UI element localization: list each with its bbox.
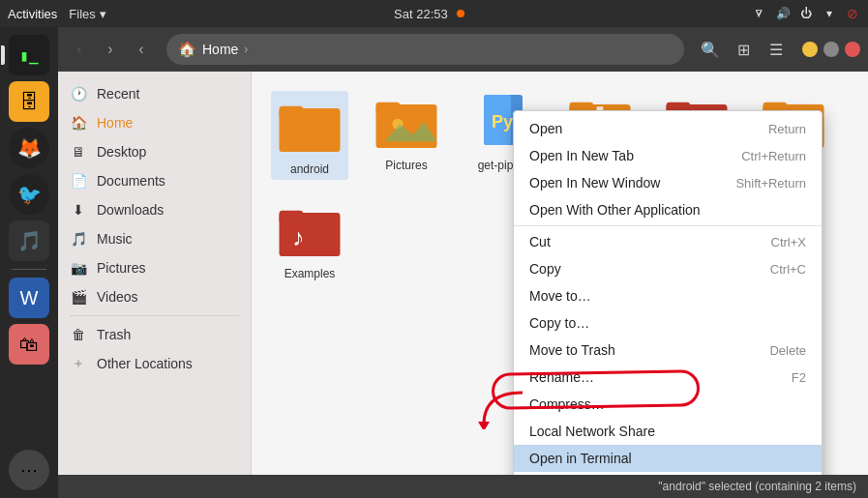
sidebar-item-documents[interactable]: 📄 Documents bbox=[58, 166, 251, 195]
svg-rect-1 bbox=[280, 106, 304, 120]
ctx-rename-label: Rename… bbox=[529, 369, 594, 385]
list-view-button[interactable]: ☰ bbox=[762, 35, 791, 64]
examples-folder-icon: ♪ bbox=[279, 199, 341, 261]
file-android[interactable]: android bbox=[271, 91, 348, 180]
sidebar-item-pictures[interactable]: 📷 Pictures bbox=[58, 253, 251, 282]
volume-icon[interactable]: 🔊 bbox=[775, 6, 791, 21]
dock-firefox[interactable]: 🦊 bbox=[9, 128, 49, 168]
ctx-rename[interactable]: Rename… F2 bbox=[514, 364, 822, 391]
sidebar-item-other-locations[interactable]: ＋ Other Locations bbox=[58, 349, 251, 378]
dock-thunderbird[interactable]: 🐦 bbox=[9, 174, 49, 215]
view-toggle-button[interactable]: ⊞ bbox=[729, 35, 758, 64]
maximize-button[interactable] bbox=[823, 42, 839, 57]
dock-apps[interactable]: ⋯ bbox=[9, 450, 49, 490]
sidebar-item-downloads[interactable]: ⬇ Downloads bbox=[58, 195, 251, 224]
forward-button[interactable]: › bbox=[97, 36, 124, 63]
videos-icon: 🎬 bbox=[70, 288, 87, 306]
ctx-compress[interactable]: Compress… bbox=[514, 391, 822, 418]
ctx-copy-to[interactable]: Copy to… bbox=[514, 309, 822, 337]
sidebar-label-recent: Recent bbox=[97, 86, 139, 102]
ctx-copy-label: Copy bbox=[529, 261, 561, 277]
ctx-open-with-label: Open With Other Application bbox=[529, 202, 701, 218]
android-folder-icon bbox=[279, 95, 341, 157]
android-folder-svg bbox=[279, 100, 341, 152]
minimize-button[interactable] bbox=[802, 42, 818, 57]
svg-rect-3 bbox=[376, 103, 401, 116]
sidebar: 🕐 Recent 🏠 Home 🖥 Desktop 📄 Documents ⬇ bbox=[58, 72, 252, 475]
sidebar-item-videos[interactable]: 🎬 Videos bbox=[58, 282, 251, 311]
close-button[interactable] bbox=[845, 42, 860, 57]
location-text: Home bbox=[202, 42, 238, 57]
dock-terminal[interactable]: ▮_ bbox=[9, 35, 49, 75]
ctx-open-tab-shortcut: Ctrl+Return bbox=[741, 149, 806, 163]
firefox-icon: 🦊 bbox=[17, 136, 42, 160]
search-button[interactable]: 🔍 bbox=[696, 35, 725, 64]
file-pictures[interactable]: Pictures bbox=[368, 91, 445, 180]
power-icon[interactable]: ⏻ bbox=[798, 6, 814, 21]
sidebar-item-trash[interactable]: 🗑 Trash bbox=[58, 320, 251, 349]
ctx-compress-label: Compress… bbox=[529, 396, 605, 412]
recent-icon: 🕐 bbox=[70, 85, 87, 103]
sidebar-label-videos: Videos bbox=[97, 289, 138, 305]
svg-text:♪: ♪ bbox=[292, 224, 304, 250]
terminal-icon: ▮_ bbox=[19, 46, 38, 65]
examples-folder-svg: ♪ bbox=[279, 204, 341, 256]
ctx-open-with[interactable]: Open With Other Application bbox=[514, 196, 822, 223]
ctx-trash-shortcut: Delete bbox=[769, 343, 806, 358]
statusbar-text: "android" selected (containing 2 items) bbox=[658, 480, 856, 493]
dock-writer[interactable]: W bbox=[9, 278, 49, 318]
notification-dot bbox=[457, 10, 464, 17]
ctx-cut[interactable]: Cut Ctrl+X bbox=[514, 228, 822, 255]
location-chevron-right: › bbox=[244, 43, 248, 56]
dock-store[interactable]: 🛍 bbox=[9, 324, 49, 365]
dock-files[interactable]: 🗄 bbox=[9, 81, 49, 122]
files-drawer-icon: 🗄 bbox=[19, 91, 39, 113]
context-menu: Open Return Open In New Tab Ctrl+Return … bbox=[513, 110, 823, 475]
file-area: android Pictures bbox=[252, 72, 868, 475]
ctx-open-tab[interactable]: Open In New Tab Ctrl+Return bbox=[514, 142, 822, 169]
other-locations-icon: ＋ bbox=[70, 355, 87, 372]
network-icon[interactable]: ⛛ bbox=[752, 6, 767, 21]
ctx-trash[interactable]: Move to Trash Delete bbox=[514, 337, 822, 364]
ctx-trash-label: Move to Trash bbox=[529, 342, 615, 358]
file-examples[interactable]: ♪ Examples bbox=[271, 199, 348, 280]
ctx-send-to[interactable]: Send to… bbox=[514, 472, 822, 475]
ctx-open-window[interactable]: Open In New Window Shift+Return bbox=[514, 169, 822, 196]
ctx-cut-shortcut: Ctrl+X bbox=[771, 235, 806, 249]
sidebar-item-music[interactable]: 🎵 Music bbox=[58, 224, 251, 253]
store-icon: 🛍 bbox=[19, 334, 39, 356]
files-menu[interactable]: Files ▾ bbox=[69, 7, 105, 21]
svg-marker-22 bbox=[478, 422, 490, 429]
sidebar-divider bbox=[70, 315, 239, 316]
main-layout: ▮_ 🗄 🦊 🐦 🎵 W 🛍 ⋯ ‹ › ‹ bbox=[0, 27, 868, 498]
music-icon: 🎵 bbox=[70, 230, 87, 248]
android-label: android bbox=[290, 162, 329, 176]
examples-label: Examples bbox=[284, 267, 336, 280]
sidebar-label-trash: Trash bbox=[97, 327, 131, 342]
ctx-open-terminal[interactable]: Open in Terminal bbox=[514, 445, 822, 472]
dock-rhythmbox[interactable]: 🎵 bbox=[9, 220, 49, 261]
ctx-divider-1 bbox=[514, 225, 822, 226]
system-menu-arrow[interactable]: ▾ bbox=[822, 6, 837, 21]
ctx-move-to[interactable]: Move to… bbox=[514, 282, 822, 309]
ctx-open-window-shortcut: Shift+Return bbox=[735, 176, 806, 190]
up-button[interactable]: ‹ bbox=[128, 36, 155, 63]
ctx-open-terminal-label: Open in Terminal bbox=[529, 451, 632, 466]
sidebar-item-recent[interactable]: 🕐 Recent bbox=[58, 79, 251, 108]
sidebar-item-home[interactable]: 🏠 Home bbox=[58, 108, 251, 137]
ctx-local-network[interactable]: Local Network Share bbox=[514, 418, 822, 445]
back-button[interactable]: ‹ bbox=[66, 36, 93, 63]
topbar: Activities Files ▾ Sat 22:53 ⛛ 🔊 ⏻ ▾ ⊘ bbox=[0, 0, 868, 27]
home-sidebar-icon: 🏠 bbox=[70, 114, 87, 132]
content-area: 🕐 Recent 🏠 Home 🖥 Desktop 📄 Documents ⬇ bbox=[58, 72, 868, 475]
ctx-rename-shortcut: F2 bbox=[792, 370, 806, 385]
topbar-center: Sat 22:53 bbox=[394, 7, 464, 21]
sidebar-item-desktop[interactable]: 🖥 Desktop bbox=[58, 137, 251, 166]
ctx-copy[interactable]: Copy Ctrl+C bbox=[514, 255, 822, 282]
ctx-open-tab-label: Open In New Tab bbox=[529, 148, 634, 163]
location-bar[interactable]: 🏠 Home › bbox=[166, 34, 684, 65]
trash-icon: 🗑 bbox=[70, 326, 87, 343]
ctx-open[interactable]: Open Return bbox=[514, 115, 822, 142]
activities-button[interactable]: Activities bbox=[8, 7, 57, 21]
sidebar-label-downloads: Downloads bbox=[97, 202, 164, 218]
